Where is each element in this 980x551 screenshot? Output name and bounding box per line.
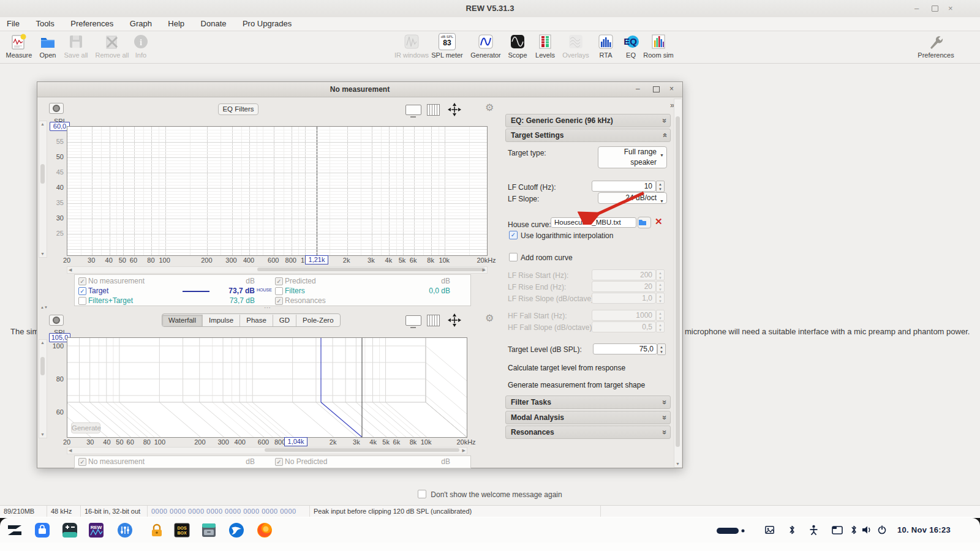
filter-tasks-header[interactable]: Filter Tasks xyxy=(505,395,671,409)
capture-graph-icon[interactable] xyxy=(49,103,64,114)
toolbar-levels-button[interactable]: Levels xyxy=(530,33,560,59)
house-curve-clear-icon[interactable]: ✕ xyxy=(655,216,663,227)
tab-impulse[interactable]: Impulse xyxy=(203,315,240,326)
eq-filters-button[interactable]: EQ Filters xyxy=(218,103,258,115)
target-settings-header[interactable]: Target Settings xyxy=(505,129,671,142)
house-curve-input[interactable]: Housecurve_MBU.txt xyxy=(551,217,636,228)
menu-pro-upgrades[interactable]: Pro Upgrades xyxy=(236,17,298,30)
filters-target-checkbox[interactable] xyxy=(78,297,86,305)
toolbar-room-sim-button[interactable]: Room sim xyxy=(641,33,676,59)
firefox-icon[interactable] xyxy=(256,522,273,539)
scroll-right-icon[interactable]: ▶ xyxy=(483,268,486,272)
top-graph-horizontal-scrollbar[interactable]: ◀ ▶ xyxy=(67,266,488,274)
menu-donate[interactable]: Donate xyxy=(194,17,233,30)
target-level-field[interactable]: 75,0 xyxy=(593,343,657,354)
taskbar-clock[interactable]: 10. Nov 16:23 xyxy=(897,525,951,534)
app-restore-icon[interactable] xyxy=(932,6,938,12)
settings-app-icon[interactable] xyxy=(116,522,134,539)
bluetooth-tray-icon[interactable] xyxy=(850,525,858,535)
splitter-arrows-icon[interactable]: ▲▼ xyxy=(40,305,48,309)
waterfall-grid-line xyxy=(345,402,386,437)
menu-file[interactable]: File xyxy=(0,17,26,30)
y-axis-tick: 30 xyxy=(56,214,64,222)
target-level-spinner[interactable] xyxy=(657,343,666,355)
dialog-minimize-icon[interactable]: – xyxy=(636,84,640,93)
toolbar-scope-button[interactable]: Scope xyxy=(502,33,533,59)
toolbar-preferences-button[interactable]: Preferences xyxy=(915,33,957,59)
file-manager-icon[interactable] xyxy=(200,522,217,539)
app-close-icon[interactable]: × xyxy=(948,4,953,13)
spl-graph-plot[interactable] xyxy=(67,126,488,256)
dont-show-checkbox[interactable] xyxy=(418,490,426,498)
monitor-layout-icon[interactable] xyxy=(405,105,421,115)
eq-section-header[interactable]: EQ: Generic Generic (96 kHz) xyxy=(505,114,671,127)
lf-cutoff-spinner[interactable] xyxy=(656,181,665,192)
power-tray-icon[interactable] xyxy=(877,525,887,534)
filters-checkbox[interactable] xyxy=(275,287,283,295)
toolbar-rta-button[interactable]: RTA xyxy=(592,33,620,59)
rew-app-icon[interactable]: REW xyxy=(88,522,105,539)
pan-arrows-icon[interactable] xyxy=(447,313,462,328)
accessibility-tray-icon[interactable] xyxy=(809,525,818,535)
app-minimize-icon[interactable]: – xyxy=(914,4,919,13)
splitter-handle-icon[interactable]: ⋯ xyxy=(264,304,271,312)
pane-splitter[interactable]: ▲▼ ⋯ xyxy=(37,306,499,312)
menu-help[interactable]: Help xyxy=(161,17,191,30)
scroll-left-icon[interactable]: ◀ xyxy=(69,448,72,453)
bluetooth-tray-icon[interactable] xyxy=(788,525,796,535)
tab-waterfall[interactable]: Waterfall xyxy=(162,315,203,326)
scrollbar-thumb[interactable] xyxy=(676,116,680,447)
toolbar-generator-button[interactable]: Generator xyxy=(467,33,504,59)
scrollbar-thumb[interactable] xyxy=(257,268,485,271)
dialog-close-icon[interactable]: × xyxy=(669,84,674,93)
scroll-left-icon[interactable]: ◀ xyxy=(69,268,72,272)
tab-phase[interactable]: Phase xyxy=(240,315,273,326)
scroll-down-icon[interactable]: ▼ xyxy=(676,462,680,467)
waterfall-plot[interactable]: Generate xyxy=(67,337,467,438)
toolbar: Measure Open Save all Remove all i Info xyxy=(0,31,980,64)
menu-tools[interactable]: Tools xyxy=(29,17,61,30)
thunderbird-icon[interactable] xyxy=(228,522,245,539)
menu-graph[interactable]: Graph xyxy=(123,17,159,30)
dialog-titlebar[interactable]: No measurement – × xyxy=(37,82,682,97)
scroll-right-icon[interactable]: ▶ xyxy=(462,448,466,453)
target-type-dropdown[interactable]: Full range speaker xyxy=(598,146,667,168)
calculate-target-level-button[interactable]: Calculate target level from response xyxy=(508,364,625,372)
volume-tray-icon[interactable] xyxy=(862,525,872,534)
tab-gd[interactable]: GD xyxy=(273,315,296,326)
battery-indicator-icon[interactable] xyxy=(717,527,745,534)
modal-analysis-header[interactable]: Modal Analysis xyxy=(505,411,671,424)
graph-settings-gear-icon[interactable]: ⚙ xyxy=(485,313,494,323)
waterfall-grid-line xyxy=(386,402,427,437)
dialog-maximize-icon[interactable] xyxy=(653,86,660,92)
tab-pole-zero[interactable]: Pole-Zero xyxy=(296,315,340,326)
window-tray-icon[interactable] xyxy=(832,526,843,534)
toolbar-spl-meter-button[interactable]: dB SPL 83 SPL meter xyxy=(429,33,466,59)
scrollbar-thumb[interactable] xyxy=(265,448,459,452)
software-store-icon[interactable] xyxy=(34,522,51,539)
resonances-header[interactable]: Resonances xyxy=(505,425,671,439)
screenshot-tray-icon[interactable] xyxy=(765,526,774,534)
house-curve-browse-button[interactable] xyxy=(638,217,651,228)
columns-layout-icon[interactable] xyxy=(427,315,440,326)
dosbox-icon[interactable]: DOSBOX xyxy=(173,522,190,539)
graph-settings-gear-icon[interactable]: ⚙ xyxy=(485,103,494,113)
log-interpolation-checkbox[interactable] xyxy=(509,231,518,239)
utilities-icon[interactable] xyxy=(61,522,78,539)
dialog-vertical-scrollbar[interactable]: ▼ xyxy=(674,99,682,468)
menu-preferences[interactable]: Preferences xyxy=(64,17,120,30)
zorin-menu-icon[interactable] xyxy=(6,522,23,539)
x-axis-tick: 600 xyxy=(258,438,269,446)
columns-layout-icon[interactable] xyxy=(427,104,440,116)
keyring-icon[interactable] xyxy=(148,522,165,539)
monitor-layout-icon[interactable] xyxy=(405,315,421,326)
capture-graph-icon[interactable] xyxy=(49,315,64,326)
grid-line xyxy=(67,170,487,170)
lf-cutoff-field[interactable]: 10 xyxy=(592,181,656,192)
lf-slope-dropdown[interactable]: 24 dB/oct xyxy=(598,192,667,204)
target-checkbox[interactable] xyxy=(78,287,86,295)
add-room-curve-checkbox[interactable] xyxy=(509,253,518,261)
bottom-graph-horizontal-scrollbar[interactable]: ◀ ▶ xyxy=(67,447,467,454)
generate-measurement-button[interactable]: Generate measurement from target shape xyxy=(508,381,645,389)
pan-arrows-icon[interactable] xyxy=(447,102,462,117)
